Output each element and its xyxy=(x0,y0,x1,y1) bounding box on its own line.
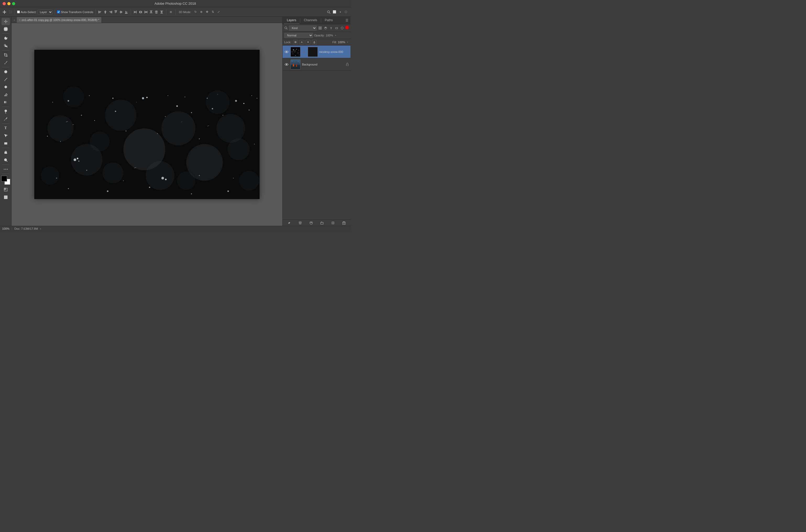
tool-artboard[interactable] xyxy=(2,25,10,33)
workspace-icon[interactable]: ⬜ xyxy=(332,10,337,14)
canvas-scroll-area[interactable] xyxy=(12,23,282,226)
blend-mode-dropdown[interactable]: Normal xyxy=(284,33,313,38)
layer-lock-icon-background xyxy=(346,62,349,66)
3d-pan-icon[interactable]: ✤ xyxy=(205,10,210,14)
lock-position-icon[interactable] xyxy=(306,40,310,44)
3d-rotate-icon[interactable]: ↻ xyxy=(193,10,198,14)
align-icons xyxy=(98,10,129,14)
filter-pixel-icon[interactable] xyxy=(318,26,323,31)
tool-eraser[interactable] xyxy=(2,91,10,98)
close-button[interactable] xyxy=(3,2,6,5)
transform-controls-label[interactable]: Show Transform Controls xyxy=(57,11,93,14)
dist-top-icon[interactable] xyxy=(149,10,153,14)
minimize-button[interactable] xyxy=(7,2,11,5)
auto-select-checkbox[interactable] xyxy=(17,11,20,13)
opacity-value[interactable]: 100% xyxy=(326,34,333,37)
svg-rect-27 xyxy=(145,11,145,14)
svg-rect-7 xyxy=(110,11,112,12)
tool-sep-8 xyxy=(2,174,9,174)
tool-pen[interactable] xyxy=(2,115,10,122)
lock-paint-icon[interactable] xyxy=(300,40,304,44)
share-icon[interactable]: ⬡ xyxy=(344,10,348,14)
dist-left-icon[interactable] xyxy=(133,10,138,14)
panel-options-button[interactable]: ☰ xyxy=(343,18,350,23)
tab-layers[interactable]: Layers xyxy=(284,17,300,24)
filter-smart-icon[interactable] xyxy=(340,26,344,31)
layer-item-snow[interactable]: nicolesy-snow-000 xyxy=(283,45,350,58)
tool-healing[interactable] xyxy=(2,68,10,75)
tool-quick-select[interactable] xyxy=(2,42,10,50)
dist-right-icon[interactable] xyxy=(143,10,148,14)
dist-bottom-icon[interactable] xyxy=(159,10,164,14)
options-toggle[interactable]: ⬛ xyxy=(8,10,13,14)
tool-brush[interactable] xyxy=(2,76,10,83)
tool-move[interactable] xyxy=(2,18,10,25)
filter-toggle[interactable] xyxy=(345,26,349,29)
3d-slide-icon[interactable]: ⇅ xyxy=(211,10,215,14)
tool-dodge[interactable] xyxy=(2,108,10,115)
tool-lasso[interactable] xyxy=(2,35,10,42)
layer-visibility-background[interactable] xyxy=(284,62,289,67)
workspace-dropdown-icon[interactable]: ▾ xyxy=(338,10,343,14)
add-fx-button[interactable] xyxy=(298,220,303,226)
lock-pixels-icon[interactable] xyxy=(293,40,298,44)
align-middle-v-icon[interactable] xyxy=(119,10,123,14)
layer-chain-snow[interactable] xyxy=(302,50,306,54)
tab-paths[interactable]: Paths xyxy=(322,17,336,24)
tool-eyedropper[interactable] xyxy=(2,59,10,66)
filter-adjustment-icon[interactable] xyxy=(323,26,328,31)
tool-hand[interactable] xyxy=(2,149,10,156)
search-icon[interactable] xyxy=(326,10,331,14)
dist-center-h-icon[interactable] xyxy=(138,10,143,14)
tool-shape[interactable] xyxy=(2,139,10,147)
align-center-h-icon[interactable] xyxy=(103,10,108,14)
document-tab[interactable]: × on1-after-01 copy.jpg @ 100% (nicolesy… xyxy=(17,17,101,23)
tool-screen-mode[interactable] xyxy=(2,194,10,201)
tool-more[interactable] xyxy=(2,166,10,173)
tab-close[interactable]: × xyxy=(19,18,20,21)
window-controls[interactable] xyxy=(3,2,15,5)
link-layers-button[interactable] xyxy=(287,220,292,226)
transform-controls-checkbox[interactable] xyxy=(57,11,60,13)
tool-crop[interactable] xyxy=(2,51,10,59)
align-left-icon[interactable] xyxy=(98,10,102,14)
filter-shape-icon[interactable] xyxy=(334,26,339,31)
foreground-color-swatch[interactable] xyxy=(1,176,7,182)
maximize-button[interactable] xyxy=(12,2,15,5)
layer-visibility-snow[interactable] xyxy=(284,50,289,54)
fill-value[interactable]: 100% xyxy=(338,41,345,44)
auto-select-label[interactable]: Auto-Select: xyxy=(17,11,36,14)
new-group-button[interactable] xyxy=(319,220,325,226)
auto-align-icon[interactable]: ⊞ xyxy=(169,10,173,14)
canvas-wrapper xyxy=(34,50,260,199)
align-bottom-icon[interactable] xyxy=(124,10,129,14)
tab-channels[interactable]: Channels xyxy=(301,17,320,24)
tool-zoom[interactable] xyxy=(2,156,10,164)
3d-scale-icon[interactable]: ⤢ xyxy=(216,10,221,14)
delete-layer-button[interactable] xyxy=(341,220,347,226)
color-swatches[interactable] xyxy=(1,176,10,185)
move-tool-icon[interactable] xyxy=(2,10,7,14)
new-adjustment-layer-button[interactable] xyxy=(309,220,314,226)
canvas-image[interactable] xyxy=(34,50,260,199)
tool-text[interactable]: T xyxy=(2,125,10,132)
lock-all-icon[interactable] xyxy=(312,40,317,44)
layers-kind-dropdown[interactable]: Kind xyxy=(289,25,317,31)
align-top-icon[interactable] xyxy=(113,10,118,14)
3d-roll-icon[interactable]: ⊕ xyxy=(199,10,204,14)
align-right-icon[interactable] xyxy=(108,10,113,14)
dist-middle-v-icon[interactable] xyxy=(154,10,159,14)
tool-path-select[interactable] xyxy=(2,132,10,139)
layer-item-background[interactable]: Background xyxy=(283,58,350,71)
auto-select-dropdown[interactable]: Layer xyxy=(37,10,53,14)
new-layer-button[interactable] xyxy=(330,220,335,226)
filter-type-icon[interactable]: T xyxy=(329,26,333,31)
tool-gradient[interactable] xyxy=(2,98,10,106)
tool-clone[interactable] xyxy=(2,83,10,91)
svg-point-148 xyxy=(86,170,87,171)
tab-title: on1-after-01 copy.jpg @ 100% (nicolesy-s… xyxy=(22,18,99,21)
status-arrow[interactable]: › xyxy=(40,227,41,230)
svg-point-173 xyxy=(296,49,297,50)
tool-quick-mask[interactable] xyxy=(2,186,10,193)
panels-toggle[interactable]: « xyxy=(14,18,15,21)
